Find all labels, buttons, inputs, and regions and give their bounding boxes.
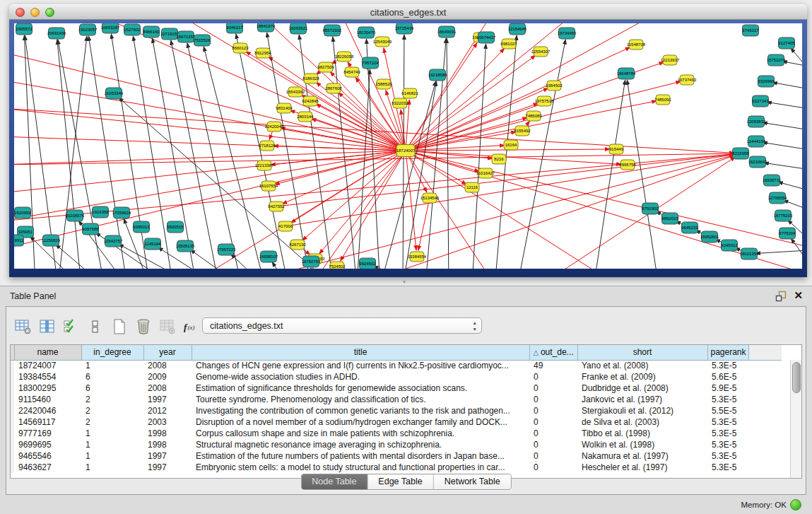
network-node[interactable]: 16107554 bbox=[259, 181, 278, 191]
tab-edge-table[interactable]: Edge Table bbox=[367, 474, 433, 489]
tab-network-table[interactable]: Network Table bbox=[434, 474, 511, 489]
column-header-out-de[interactable]: △ out_de... bbox=[529, 345, 577, 360]
network-node[interactable]: 7515526 bbox=[194, 35, 211, 46]
network-node[interactable]: 16782753 bbox=[302, 256, 321, 267]
network-node[interactable]: 9862013 bbox=[661, 213, 678, 224]
network-node[interactable]: 17359924 bbox=[112, 207, 131, 218]
network-node[interactable]: 8466160 bbox=[143, 26, 160, 37]
table-row[interactable]: 1872400712008Changes of HCN gene express… bbox=[11, 360, 782, 371]
network-node[interactable]: 8427552 bbox=[268, 201, 285, 211]
network-node[interactable]: 16671355 bbox=[177, 31, 196, 42]
network-node[interactable]: 8216 bbox=[492, 154, 506, 164]
network-node[interactable]: 12942757 bbox=[104, 235, 123, 247]
network-node[interactable]: 6775204 bbox=[779, 228, 796, 239]
network-node[interactable]: 11548708 bbox=[627, 40, 646, 49]
network-node[interactable]: 7485091 bbox=[654, 95, 671, 105]
network-node[interactable]: 11016427 bbox=[476, 168, 495, 178]
network-node[interactable]: 12093832 bbox=[747, 116, 766, 127]
network-node[interactable]: 18841974 bbox=[257, 23, 276, 32]
network-node[interactable]: 11156829 bbox=[42, 235, 60, 246]
network-node[interactable]: 9831409 bbox=[276, 103, 293, 113]
network-node[interactable]: 13023057 bbox=[78, 24, 98, 35]
network-node[interactable]: 12543049 bbox=[373, 37, 392, 47]
network-node[interactable]: 10653287 bbox=[101, 23, 120, 33]
row-height-icon[interactable] bbox=[86, 317, 105, 337]
column-visibility-icon[interactable] bbox=[37, 317, 57, 337]
network-node[interactable]: 1588520 bbox=[375, 79, 392, 89]
network-node[interactable]: 12554307 bbox=[531, 47, 551, 57]
network-node[interactable]: 15134545 bbox=[420, 193, 440, 203]
network-node[interactable]: 9127405 bbox=[778, 37, 795, 49]
close-icon[interactable]: ✕ bbox=[794, 289, 803, 302]
network-node[interactable]: 22420046 bbox=[265, 122, 284, 132]
network-node[interactable]: 7957224 bbox=[362, 57, 379, 69]
network-node[interactable]: 2620659 bbox=[14, 207, 31, 218]
network-node[interactable]: 16093521 bbox=[289, 23, 308, 34]
network-node[interactable]: 9097588 bbox=[82, 223, 99, 235]
create-column-icon[interactable] bbox=[110, 317, 129, 337]
network-node[interactable]: 8660123 bbox=[232, 43, 249, 53]
network-node[interactable]: 1954503 bbox=[546, 81, 563, 90]
network-node[interactable]: 8186328 bbox=[302, 74, 319, 83]
network-node[interactable]: 9245012 bbox=[721, 240, 738, 251]
network-node[interactable]: 8267130 bbox=[289, 240, 306, 250]
scrollbar-thumb[interactable] bbox=[792, 362, 801, 393]
delete-column-icon[interactable] bbox=[134, 317, 153, 337]
network-view[interactable]: 1872400712543049182260589827509818632816… bbox=[14, 23, 802, 269]
network-node[interactable]: 915449 bbox=[609, 144, 624, 154]
table-row[interactable]: 946554611997Estimation of the future num… bbox=[11, 450, 782, 462]
network-node[interactable]: 7485083 bbox=[525, 111, 542, 121]
column-header-pagerank[interactable]: pagerank bbox=[707, 345, 748, 360]
function-builder-icon[interactable]: f(x) bbox=[182, 317, 201, 337]
network-node[interactable]: 9046217 bbox=[226, 23, 243, 33]
network-node[interactable]: 18130470 bbox=[357, 27, 376, 38]
table-row[interactable]: 946362711997Embryonic stem cells: a mode… bbox=[11, 462, 782, 473]
network-node[interactable]: 9924502 bbox=[359, 258, 376, 269]
table-row[interactable]: 969969511998Structural magnetic resonanc… bbox=[11, 439, 782, 450]
network-node[interactable]: 1527602 bbox=[124, 24, 141, 35]
network-node[interactable]: 6981027 bbox=[500, 39, 517, 49]
window-titlebar[interactable]: citations_edges.txt bbox=[9, 4, 807, 20]
panel-divider-grip[interactable]: ▾ bbox=[400, 280, 408, 284]
network-node[interactable]: 12706554 bbox=[768, 192, 787, 204]
table-row[interactable]: 911546021997Tourette syndrome. Phenomeno… bbox=[11, 394, 782, 405]
network-node[interactable]: 21053346 bbox=[105, 88, 124, 99]
network-node[interactable]: 16210643 bbox=[748, 156, 767, 168]
network-node[interactable]: 15751074 bbox=[767, 54, 786, 66]
table-row[interactable]: 1938455462009Genome-wide association stu… bbox=[11, 371, 782, 382]
network-node[interactable]: 8912954 bbox=[254, 48, 271, 58]
network-node[interactable]: 16021354 bbox=[740, 248, 759, 259]
network-node[interactable]: 18724007 bbox=[396, 145, 416, 157]
float-panel-icon[interactable] bbox=[775, 291, 787, 302]
network-node[interactable]: 85572302 bbox=[323, 25, 342, 36]
network-node[interactable]: 3919911 bbox=[14, 235, 24, 246]
network-node[interactable]: 8322032 bbox=[392, 98, 408, 108]
network-node[interactable]: 16958107 bbox=[259, 251, 278, 262]
network-node[interactable]: 16164 bbox=[504, 140, 518, 150]
network-node[interactable]: 2867608 bbox=[325, 83, 342, 93]
network-node[interactable]: 9227343 bbox=[752, 95, 769, 107]
network-node[interactable]: 2718126 bbox=[259, 141, 276, 151]
network-node[interactable]: 17957223 bbox=[217, 244, 236, 255]
network-node[interactable]: 19218586 bbox=[428, 69, 447, 81]
table-row[interactable]: 2242004622012Investigating the contribut… bbox=[11, 405, 782, 416]
network-node[interactable]: 19734483 bbox=[558, 28, 577, 39]
network-node[interactable]: 10737493 bbox=[678, 75, 697, 85]
network-node[interactable]: 6095013 bbox=[133, 221, 150, 233]
network-node[interactable]: 20206576 bbox=[66, 210, 85, 221]
network-node[interactable]: 20691406 bbox=[47, 28, 66, 39]
network-node[interactable]: 15725439 bbox=[395, 23, 414, 34]
network-node[interactable]: 8454749 bbox=[343, 67, 360, 77]
network-node[interactable]: 9242848 bbox=[302, 96, 319, 106]
network-node[interactable]: 16649091 bbox=[437, 26, 457, 37]
network-node[interactable]: 9146821 bbox=[401, 88, 418, 98]
table-mode-icon[interactable] bbox=[13, 317, 33, 337]
column-header-year[interactable]: year bbox=[143, 345, 192, 360]
network-node[interactable]: 8215958 bbox=[732, 148, 749, 159]
network-node[interactable]: 10719155 bbox=[160, 28, 180, 40]
network-node[interactable]: 9827509 bbox=[317, 62, 334, 72]
network-node[interactable]: 2905572 bbox=[16, 23, 33, 35]
network-node[interactable]: 1919358 bbox=[92, 206, 109, 218]
network-node[interactable]: 12154945 bbox=[508, 23, 527, 35]
selected-rows-icon[interactable] bbox=[61, 317, 81, 337]
